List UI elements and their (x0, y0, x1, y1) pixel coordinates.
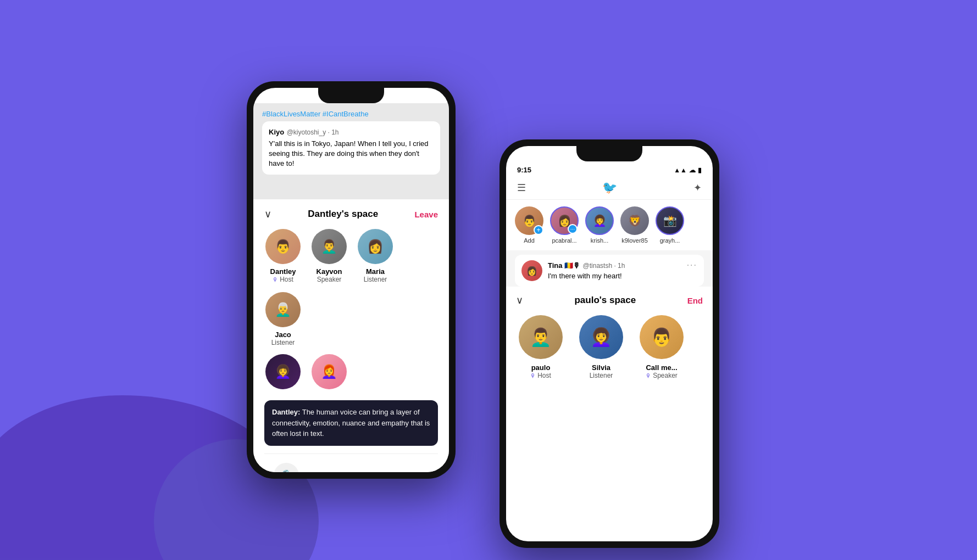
participant-callme: 👨 Call me... 🎙Speaker (637, 315, 686, 379)
heart-button[interactable]: ♡ (360, 468, 386, 473)
space-panel-right: ∨ paulo's space End 👨‍🦱 paulo 🎙Host (506, 287, 713, 387)
tina-tweet: 👩 Tina 🇷🇴🎙 @tinastsh · 1h I'm there with… (515, 255, 704, 287)
participant-name-maria: Maria (366, 267, 385, 276)
battery-icon: ▮ (698, 166, 702, 174)
space-title-left: Dantley's space (308, 209, 378, 220)
story-grayh[interactable]: 📸 grayh... (656, 206, 684, 244)
avatar-paulo: 👨‍🦱 (519, 315, 563, 359)
participant-name-silvia: Silvia (592, 363, 610, 372)
participant-name-kayvon: Kayvon (317, 267, 342, 276)
speaker-icon-callme: 🎙 (646, 373, 651, 379)
tina-text: I'm there with my heart! (548, 272, 681, 280)
story-krish[interactable]: 👩‍🦱 krish... (585, 206, 614, 244)
phone-right-notch (576, 146, 642, 161)
story-avatar-pcabral: 👩 ··· (550, 206, 579, 235)
phone-right: 9:15 ▲▲ ☁ ▮ ☰ 🐦 ✦ (499, 139, 719, 548)
host-icon-dantley: 🎙 (273, 277, 278, 283)
participants-grid-left: 👨 Dantley 🎙Host 👨‍🦱 Kayvon Speaker 👩 Ma (264, 229, 438, 346)
avatar-silvia: 👩‍🦱 (579, 315, 623, 359)
signal-icon: ▲▲ (674, 166, 687, 174)
end-button[interactable]: End (687, 296, 703, 305)
speaking-text: Dantley: The human voice can bring a lay… (272, 407, 430, 439)
stories-row: 👨 + Add 👩 ··· pcabral... (506, 200, 713, 250)
status-icons: ▲▲ ☁ ▮ (674, 166, 702, 174)
tina-content: Tina 🇷🇴🎙 @tinastsh · 1h I'm there with m… (548, 260, 681, 280)
participant-role-dantley: 🎙Host (273, 276, 293, 283)
space-header-left: ∨ Dantley's space Leave (264, 208, 438, 220)
hamburger-icon[interactable]: ☰ (517, 182, 526, 194)
story-pcabral[interactable]: 👩 ··· pcabral... (550, 206, 579, 244)
story-k9lover[interactable]: 🦁 k9lover85 (620, 206, 649, 244)
participant-kayvon: 👨‍🦱 Kayvon Speaker (310, 229, 348, 283)
participant-maria: 👩 Maria Listener (357, 229, 394, 283)
participant-role-kayvon: Speaker (317, 276, 342, 283)
tina-handle: @tinastsh · 1h (583, 262, 625, 270)
participant-name-paulo: paulo (531, 363, 551, 372)
participant-silvia: 👩‍🦱 Silvia Listener (576, 315, 626, 379)
avatar-kayvon: 👨‍🦱 (312, 229, 347, 264)
participant-role-maria: Listener (364, 276, 387, 283)
story-avatar-krish: 👩‍🦱 (585, 206, 614, 235)
space-title-right: paulo's space (574, 295, 636, 306)
participant-role-paulo: 🎙Host (530, 372, 551, 379)
tweet-item-left: Kiyo @kiyotoshi_y · 1h Y'all this is in … (262, 121, 440, 175)
twitter-nav: ☰ 🐦 ✦ (506, 176, 713, 200)
share-button[interactable]: ⬆ (404, 468, 429, 473)
story-dot-pcabral: ··· (568, 224, 578, 234)
more-options-button[interactable]: ··· (317, 468, 342, 473)
avatar-jaco: 👨‍🦳 (265, 292, 301, 327)
leave-button[interactable]: Leave (414, 210, 438, 219)
participant-role-silvia: Listener (590, 372, 613, 379)
story-label-k9lover: k9lover85 (621, 237, 648, 244)
request-button[interactable]: 🎙️ Request (274, 463, 299, 473)
host-icon-paulo: 🎙 (530, 373, 536, 379)
space-panel-left: ∨ Dantley's space Leave 👨 Dantley 🎙Host … (253, 199, 449, 472)
avatar-extra2: 👩‍🦰 (312, 354, 347, 389)
story-label-pcabral: pcabral... (552, 237, 576, 244)
speaking-name: Dantley: (272, 408, 300, 416)
add-story-icon: + (534, 225, 543, 235)
tweet-feed-left: #BlackLivesMatter #ICantBreathe Kiyo @ki… (253, 103, 449, 199)
chevron-down-icon-right[interactable]: ∨ (516, 294, 523, 306)
phone-left-screen: #BlackLivesMatter #ICantBreathe Kiyo @ki… (253, 88, 449, 472)
phone-left: #BlackLivesMatter #ICantBreathe Kiyo @ki… (247, 81, 456, 479)
story-label-krish: krish... (591, 237, 608, 244)
participant-name-callme: Call me... (646, 363, 677, 372)
story-avatar-grayh: 📸 (656, 206, 684, 235)
story-avatar-add: 👨 + (515, 206, 543, 235)
avatar-extra1: 👩‍🦱 (265, 354, 301, 389)
tweet-text-left: Y'all this is in Tokyo, Japan! When I te… (269, 139, 434, 169)
story-avatar-k9lover: 🦁 (620, 206, 649, 235)
story-label-add: Add (524, 237, 535, 244)
participant-jaco: 👨‍🦳 Jaco Listener (264, 292, 302, 346)
tina-avatar: 👩 (521, 260, 542, 281)
phone-left-notch (318, 88, 384, 103)
status-time: 9:15 (517, 166, 531, 174)
participants-grid-right: 👨‍🦱 paulo 🎙Host 👩‍🦱 Silvia Listener (516, 315, 703, 379)
wifi-icon: ☁ (689, 166, 696, 174)
hashtag-line: #BlackLivesMatter #ICantBreathe (262, 110, 440, 118)
main-container: #BlackLivesMatter #ICantBreathe Kiyo @ki… (0, 12, 977, 548)
extra-participants-grid: 👩‍🦱 👩‍🦰 (264, 354, 438, 393)
speaking-bubble: Dantley: The human voice can bring a lay… (264, 400, 438, 446)
avatar-callme: 👨 (640, 315, 684, 359)
story-add[interactable]: 👨 + Add (515, 206, 543, 244)
space-footer-left: 🎙️ Request ··· ♡ ⬆ (264, 453, 438, 473)
avatar-maria: 👩 (358, 229, 393, 264)
phone-right-screen: 9:15 ▲▲ ☁ ▮ ☰ 🐦 ✦ (506, 146, 713, 541)
participant-name-dantley: Dantley (270, 267, 296, 276)
participant-extra2: 👩‍🦰 (310, 354, 348, 393)
right-section: Join this space 9:15 ▲▲ ☁ ▮ ☰ 🐦 (488, 0, 730, 548)
tina-author: Tina 🇷🇴🎙 (548, 261, 580, 270)
tweet-handle-left: @kiyotoshi_y · 1h (287, 128, 339, 136)
twitter-logo-icon: 🐦 (602, 181, 617, 195)
participant-name-jaco: Jaco (275, 331, 291, 339)
tweet-more-dots[interactable]: ··· (687, 260, 697, 270)
participant-role-jaco: Listener (271, 339, 295, 346)
participant-extra1: 👩‍🦱 (264, 354, 302, 393)
status-bar-right: 9:15 ▲▲ ☁ ▮ (506, 161, 713, 176)
chevron-down-icon-left[interactable]: ∨ (264, 208, 271, 220)
sparkle-icon[interactable]: ✦ (693, 182, 702, 194)
participant-paulo: 👨‍🦱 paulo 🎙Host (516, 315, 565, 379)
space-header-right: ∨ paulo's space End (516, 294, 703, 306)
